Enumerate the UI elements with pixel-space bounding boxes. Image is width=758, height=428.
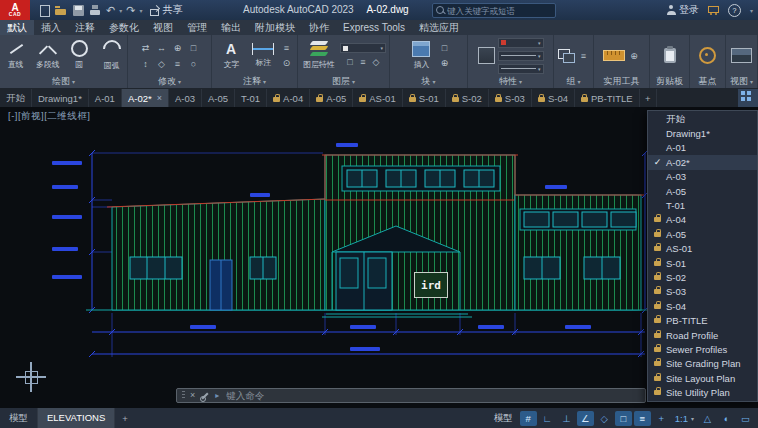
layer-tool-icon[interactable]: ◇ bbox=[370, 56, 382, 68]
modify-panel-label[interactable]: 修改▾ bbox=[128, 75, 211, 88]
file-tab[interactable]: A-05× bbox=[310, 89, 353, 107]
close-icon[interactable]: × bbox=[157, 93, 162, 103]
annotation-visibility-icon[interactable]: △ bbox=[699, 411, 716, 426]
command-input[interactable] bbox=[224, 389, 640, 402]
basepoint-icon[interactable] bbox=[699, 47, 716, 64]
undo-caret-icon[interactable]: ▾ bbox=[119, 7, 122, 14]
circle-tool-button[interactable]: 圆 bbox=[65, 40, 94, 71]
autocad-logo[interactable]: A CAD bbox=[0, 0, 30, 20]
annotation-scale-button[interactable]: 1:1▾ bbox=[672, 413, 697, 424]
tab-menu-item[interactable]: ✓Site Grading Plan bbox=[648, 357, 757, 371]
share-button[interactable]: 共享 bbox=[150, 3, 182, 17]
file-tab[interactable]: PB-TITLE× bbox=[575, 89, 640, 107]
clean-screen-icon[interactable]: ▭ bbox=[737, 411, 754, 426]
tab-menu-item[interactable]: ✓AS-01 bbox=[648, 242, 757, 256]
file-tab[interactable]: S-01× bbox=[403, 89, 446, 107]
redo-caret-icon[interactable]: ▾ bbox=[139, 7, 142, 14]
viewport-controls[interactable]: [-][前视][二维线框] bbox=[8, 110, 91, 123]
insert-block-button[interactable]: 插入 bbox=[407, 41, 436, 71]
layer-tool-icon[interactable]: ≡ bbox=[357, 56, 369, 68]
line-tool-button[interactable]: 直线 bbox=[1, 41, 30, 71]
tab-menu-item[interactable]: ✓S-01 bbox=[648, 256, 757, 270]
space-toggle-button[interactable]: 模型 bbox=[489, 412, 518, 425]
tab-menu-item[interactable]: ✓Drawing1* bbox=[648, 126, 757, 140]
file-tab-start[interactable]: 开始× bbox=[0, 89, 32, 107]
object-color-dropdown[interactable]: ▾ bbox=[498, 38, 544, 48]
ribbon-tab-express-tools[interactable]: Express Tools bbox=[336, 20, 412, 35]
arc-tool-button[interactable]: 圆弧 bbox=[97, 40, 126, 72]
modify-tool-icon[interactable]: ◇ bbox=[156, 58, 168, 70]
print-icon[interactable] bbox=[89, 4, 102, 17]
layer-properties-button[interactable]: 图层特性 bbox=[301, 41, 337, 71]
file-tab[interactable]: AS-01× bbox=[353, 89, 402, 107]
view-icon[interactable] bbox=[731, 48, 752, 63]
ribbon-tab-insert[interactable]: 插入 bbox=[34, 20, 68, 35]
new-drawing-tab-button[interactable]: + bbox=[640, 89, 657, 107]
dimension-tool-button[interactable]: 标注 bbox=[249, 43, 278, 69]
layer-select-dropdown[interactable]: ▾ bbox=[340, 43, 386, 53]
modify-tool-icon[interactable]: □ bbox=[188, 42, 200, 54]
help-caret-icon[interactable]: ▾ bbox=[750, 7, 753, 14]
ortho-toggle-icon[interactable]: ⊥ bbox=[558, 411, 575, 426]
file-tab-active[interactable]: A-02*× bbox=[122, 89, 169, 107]
login-button[interactable]: 登录 bbox=[667, 3, 699, 17]
ribbon-tab-parametric[interactable]: 参数化 bbox=[102, 20, 146, 35]
ribbon-tab-output[interactable]: 输出 bbox=[214, 20, 248, 35]
block-tool-icon[interactable]: □ bbox=[439, 42, 451, 54]
layer-tool-icon[interactable]: □ bbox=[344, 56, 356, 68]
block-panel-label[interactable]: 块▾ bbox=[390, 75, 467, 88]
block-tool-icon[interactable]: ⊕ bbox=[439, 57, 451, 69]
annotate-tool-icon[interactable]: ≡ bbox=[281, 42, 293, 54]
tab-menu-item[interactable]: ✓A-05 bbox=[648, 227, 757, 241]
command-line[interactable]: × ▸ bbox=[176, 388, 646, 403]
file-tab[interactable]: A-04× bbox=[267, 89, 310, 107]
draw-panel-label[interactable]: 绘图▾ bbox=[0, 75, 127, 88]
ribbon-tab-addins[interactable]: 附加模块 bbox=[248, 20, 302, 35]
help-icon[interactable]: ? bbox=[728, 4, 741, 17]
clipboard-panel-label[interactable]: 剪贴板 bbox=[650, 75, 689, 88]
redo-icon[interactable]: ↷ bbox=[126, 4, 135, 17]
utility-tool-icon[interactable]: ⊕ bbox=[628, 50, 640, 62]
measure-icon[interactable] bbox=[603, 50, 625, 61]
modify-tool-icon[interactable]: ⊕ bbox=[172, 42, 184, 54]
search-box[interactable] bbox=[432, 3, 556, 18]
drag-handle-icon[interactable] bbox=[182, 391, 185, 400]
properties-icon[interactable] bbox=[478, 47, 495, 64]
tab-menu-item[interactable]: ✓A-05 bbox=[648, 184, 757, 198]
snap-toggle-icon[interactable]: ∟ bbox=[539, 411, 556, 426]
view-panel-label[interactable]: 视图▾ bbox=[726, 75, 757, 88]
tab-menu-item[interactable]: ✓A-04 bbox=[648, 213, 757, 227]
isodraft-toggle-icon[interactable]: ◇ bbox=[596, 411, 613, 426]
text-tool-button[interactable]: A 文字 bbox=[217, 41, 246, 71]
ribbon-tab-default[interactable]: 默认 bbox=[0, 20, 34, 35]
tab-menu-item[interactable]: ✓开始 bbox=[648, 112, 757, 126]
new-file-icon[interactable] bbox=[38, 4, 51, 17]
polyline-tool-button[interactable]: 多段线 bbox=[33, 41, 62, 71]
lineweight-dropdown[interactable]: ▾ bbox=[498, 51, 544, 61]
modify-tool-icon[interactable]: ○ bbox=[188, 58, 200, 70]
file-tab[interactable]: A-03× bbox=[169, 89, 202, 107]
annotate-panel-label[interactable]: 注释▾ bbox=[212, 75, 297, 88]
ucs-icon[interactable] bbox=[16, 362, 46, 392]
tab-overview-button[interactable] bbox=[738, 89, 758, 107]
modify-tool-icon[interactable]: ≡ bbox=[172, 58, 184, 70]
utilities-panel-label[interactable]: 实用工具 bbox=[594, 75, 649, 88]
basepoint-panel-label[interactable]: 基点 bbox=[690, 75, 725, 88]
cart-icon[interactable] bbox=[708, 5, 719, 15]
tab-menu-item[interactable]: ✓Site Layout Plan bbox=[648, 371, 757, 385]
annotation-autoscale-icon[interactable]: ◐ bbox=[718, 411, 735, 426]
tab-menu-item[interactable]: ✓PB-TITLE bbox=[648, 313, 757, 327]
ribbon-tab-view[interactable]: 视图 bbox=[146, 20, 180, 35]
modify-tool-icon[interactable]: ↕ bbox=[140, 58, 152, 70]
annotate-tool-icon[interactable]: ⊙ bbox=[281, 57, 293, 69]
drawing-viewport[interactable]: [-][前视][二维线框] bbox=[0, 107, 758, 408]
save-icon[interactable] bbox=[72, 4, 85, 17]
file-tab[interactable]: A-01× bbox=[89, 89, 122, 107]
file-tab[interactable]: S-03× bbox=[489, 89, 532, 107]
file-tab[interactable]: T-01× bbox=[235, 89, 267, 107]
polar-toggle-icon[interactable]: ∠ bbox=[577, 411, 594, 426]
file-tab[interactable]: A-05× bbox=[202, 89, 235, 107]
grid-toggle-icon[interactable]: # bbox=[520, 411, 537, 426]
open-file-icon[interactable] bbox=[55, 4, 68, 17]
modify-tool-icon[interactable]: ↔ bbox=[156, 42, 168, 54]
